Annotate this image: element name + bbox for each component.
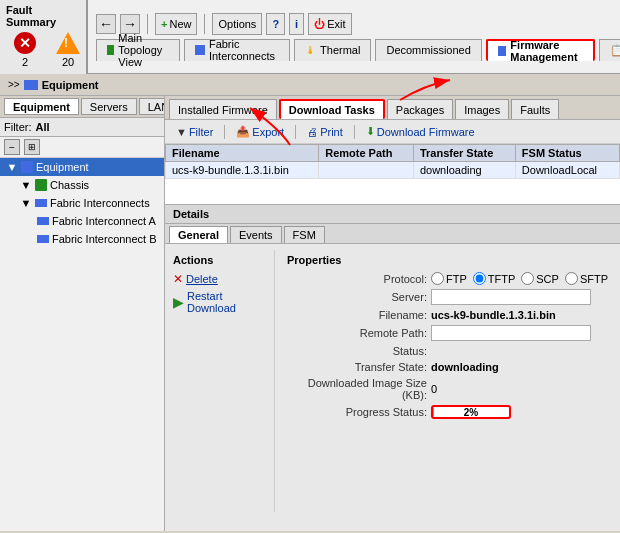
table-row[interactable]: ucs-k9-bundle.1.3.1i.bin downloading Dow… — [166, 162, 620, 179]
expand-fabric[interactable]: ▼ — [20, 197, 32, 209]
server-label: Server: — [287, 291, 427, 303]
col-filename: Filename — [166, 145, 319, 162]
restart-download-button[interactable]: ▶ Restart Download — [173, 290, 266, 314]
tab-general[interactable]: General — [169, 226, 228, 243]
status-row: Status: — [287, 345, 608, 357]
protocol-radio-group: FTP TFTP SCP SFTP — [431, 272, 608, 285]
col-transfer-state: Transfer State — [413, 145, 515, 162]
action-toolbar: ▼ Filter 📤 Export 🖨 Print ⬇ Download Fir… — [165, 120, 620, 144]
info-button[interactable]: i — [289, 13, 304, 35]
fault-summary-title: Fault Summary — [6, 4, 80, 28]
fabric-a-icon — [36, 214, 50, 228]
tab-fabric-interconnects[interactable]: Fabric Interconnects — [184, 39, 290, 61]
tab-fsm[interactable]: FSM — [284, 226, 325, 243]
breadcrumb-arrow: >> — [8, 79, 20, 90]
protocol-label: Protocol: — [287, 273, 427, 285]
filter-icon: ▼ — [176, 126, 187, 138]
back-button[interactable]: ← — [96, 14, 116, 34]
breadcrumb-label: Equipment — [42, 79, 99, 91]
fabric-interconnects-icon — [34, 196, 48, 210]
col-fsm-status: FSM Status — [515, 145, 619, 162]
tree-label-fabric: Fabric Interconnects — [50, 197, 150, 209]
cell-remote-path — [319, 162, 414, 179]
radio-ftp[interactable]: FTP — [431, 272, 467, 285]
properties-title: Properties — [287, 254, 608, 266]
server-input[interactable] — [431, 289, 591, 305]
forward-button[interactable]: → — [120, 14, 140, 34]
critical-icon: ✕ — [14, 32, 36, 54]
actions-panel: Actions ✕ Delete ▶ Restart Download — [165, 250, 275, 512]
details-section: Details General Events FSM Actions — [165, 204, 620, 531]
cell-transfer-state: downloading — [413, 162, 515, 179]
expand-equipment[interactable]: ▼ — [6, 161, 18, 173]
progress-text: 2% — [433, 407, 509, 417]
topology-icon — [107, 45, 114, 55]
download-tasks-table: Filename Remote Path Transfer State FSM … — [165, 144, 620, 204]
options-button[interactable]: Options — [212, 13, 262, 35]
breadcrumb-icon — [24, 80, 38, 90]
left-panel: Equipment Servers LAN SAN VM Filter: All… — [0, 96, 165, 531]
print-icon: 🖨 — [307, 126, 318, 138]
policies-icon: 📋 — [610, 44, 620, 57]
expand-chassis[interactable]: ▼ — [20, 179, 32, 191]
tab-policies[interactable]: 📋 Policies — [599, 39, 620, 61]
radio-tftp[interactable]: TFTP — [473, 272, 516, 285]
new-icon: + — [161, 18, 167, 30]
cell-fsm-status: DownloadLocal — [515, 162, 619, 179]
actions-title: Actions — [173, 254, 266, 266]
tab-decommissioned[interactable]: Decommissioned — [375, 39, 481, 61]
radio-sftp[interactable]: SFTP — [565, 272, 608, 285]
cell-filename: ucs-k9-bundle.1.3.1i.bin — [166, 162, 319, 179]
tree-item-fabric-interconnects[interactable]: ▼ Fabric Interconnects — [0, 194, 164, 212]
tab-events[interactable]: Events — [230, 226, 282, 243]
warning-fault-group: 20 — [56, 32, 80, 68]
protocol-row: Protocol: FTP TFTP SCP — [287, 272, 608, 285]
tab-images[interactable]: Images — [455, 99, 509, 119]
filename-row: Filename: ucs-k9-bundle.1.3.1i.bin — [287, 309, 608, 321]
properties-panel: Properties Protocol: FTP TFTP — [275, 250, 620, 512]
tab-packages[interactable]: Packages — [387, 99, 453, 119]
tree-controls: − ⊞ — [0, 137, 164, 158]
filter-label: Filter: — [4, 121, 32, 133]
tree-item-chassis[interactable]: ▼ Chassis — [0, 176, 164, 194]
tab-thermal[interactable]: 🌡 Thermal — [294, 39, 371, 61]
export-button[interactable]: 📤 Export — [231, 124, 289, 139]
tree-item-equipment[interactable]: ▼ Equipment — [0, 158, 164, 176]
collapse-all-button[interactable]: − — [4, 139, 20, 155]
restart-icon: ▶ — [173, 294, 184, 310]
downloaded-size-label: Downloaded Image Size (KB): — [287, 377, 427, 401]
tree-item-fabric-a[interactable]: Fabric Interconnect A — [0, 212, 164, 230]
tab-installed-firmware[interactable]: Installed Firmware — [169, 99, 277, 119]
progress-bar-container: 2% — [431, 405, 511, 419]
remote-path-input[interactable] — [431, 325, 591, 341]
downloaded-size-value: 0 — [431, 383, 437, 395]
progress-bar: 2% — [431, 405, 511, 419]
radio-scp[interactable]: SCP — [521, 272, 559, 285]
expand-all-button[interactable]: ⊞ — [24, 139, 40, 155]
print-button[interactable]: 🖨 Print — [302, 125, 348, 139]
remote-path-label: Remote Path: — [287, 327, 427, 339]
warning-icon — [56, 32, 80, 54]
help-button[interactable]: ? — [266, 13, 285, 35]
tab-equipment[interactable]: Equipment — [4, 98, 79, 115]
tab-main-topology[interactable]: Main Topology View — [96, 39, 180, 61]
chassis-icon — [34, 178, 48, 192]
tab-lan[interactable]: LAN — [139, 98, 165, 115]
transfer-state-row: Transfer State: downloading — [287, 361, 608, 373]
tree-item-fabric-b[interactable]: Fabric Interconnect B — [0, 230, 164, 248]
download-firmware-button[interactable]: ⬇ Download Firmware — [361, 124, 480, 139]
thermal-icon: 🌡 — [305, 44, 316, 56]
transfer-state-label: Transfer State: — [287, 361, 427, 373]
equipment-icon — [20, 160, 34, 174]
tab-download-tasks[interactable]: Download Tasks — [279, 99, 385, 119]
tab-servers[interactable]: Servers — [81, 98, 137, 115]
tab-faults[interactable]: Faults — [511, 99, 559, 119]
filter-button[interactable]: ▼ Filter — [171, 125, 218, 139]
warning-count: 20 — [62, 56, 74, 68]
tree-label-fabric-b: Fabric Interconnect B — [52, 233, 157, 245]
exit-button[interactable]: ⏻ Exit — [308, 13, 351, 35]
transfer-state-value: downloading — [431, 361, 499, 373]
delete-button[interactable]: ✕ Delete — [173, 272, 266, 286]
tab-firmware-management[interactable]: Firmware Management — [486, 39, 595, 61]
remote-path-row: Remote Path: — [287, 325, 608, 341]
